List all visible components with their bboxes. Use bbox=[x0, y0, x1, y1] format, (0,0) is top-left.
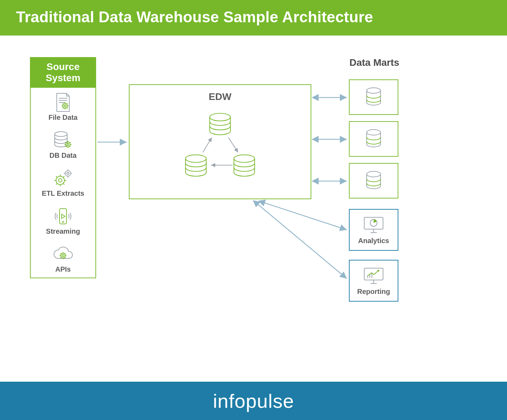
svg-line-19 bbox=[65, 142, 66, 143]
svg-line-30 bbox=[56, 176, 57, 177]
source-item-label: DB Data bbox=[49, 151, 77, 160]
data-marts-title: Data Marts bbox=[341, 57, 407, 68]
svg-point-14 bbox=[65, 142, 70, 147]
svg-line-48 bbox=[61, 253, 61, 254]
svg-point-43 bbox=[62, 255, 64, 257]
analytics-box: Analytics bbox=[349, 209, 398, 251]
svg-point-53 bbox=[186, 155, 206, 162]
source-item-file-data: File Data bbox=[31, 88, 95, 126]
svg-line-49 bbox=[65, 257, 65, 258]
reporting-box: Reporting bbox=[349, 260, 398, 302]
streaming-phone-icon bbox=[50, 205, 76, 227]
svg-point-60 bbox=[367, 171, 381, 177]
svg-point-54 bbox=[234, 155, 255, 162]
file-gear-icon bbox=[50, 91, 76, 114]
svg-point-12 bbox=[64, 105, 66, 107]
svg-point-35 bbox=[67, 172, 69, 174]
svg-point-23 bbox=[67, 143, 69, 146]
svg-point-52 bbox=[210, 113, 231, 121]
svg-line-10 bbox=[63, 108, 63, 108]
diagram-canvas: Source System bbox=[0, 35, 507, 382]
svg-line-31 bbox=[63, 184, 64, 185]
database-icon bbox=[365, 171, 382, 191]
source-item-label: APIs bbox=[55, 265, 71, 273]
svg-line-9 bbox=[67, 108, 68, 108]
source-item-label: ETL Extracts bbox=[42, 189, 84, 197]
svg-point-34 bbox=[65, 171, 71, 176]
monitor-pie-icon bbox=[362, 215, 385, 235]
edw-cluster-icon bbox=[130, 85, 311, 199]
svg-point-59 bbox=[367, 130, 381, 135]
svg-point-42 bbox=[61, 253, 65, 258]
footer-brand: infopulse bbox=[213, 390, 294, 412]
svg-line-11 bbox=[67, 103, 68, 104]
page-title-banner: Traditional Data Warehouse Sample Archit… bbox=[0, 0, 507, 36]
data-mart-box bbox=[349, 163, 398, 199]
data-mart-box bbox=[349, 79, 398, 115]
svg-point-41 bbox=[62, 221, 64, 223]
source-item-etl-extracts: ETL Extracts bbox=[31, 164, 95, 202]
cloud-gear-icon bbox=[50, 243, 76, 265]
data-mart-box bbox=[349, 121, 398, 157]
source-system-panel: Source System bbox=[30, 57, 96, 278]
svg-line-20 bbox=[70, 146, 70, 147]
svg-point-25 bbox=[58, 179, 62, 182]
source-system-title: Source System bbox=[31, 58, 95, 88]
analytics-label: Analytics bbox=[358, 237, 389, 245]
source-item-apis: APIs bbox=[31, 240, 95, 278]
footer-brand-bar: infopulse bbox=[0, 382, 507, 420]
source-item-db-data: DB Data bbox=[31, 126, 95, 164]
svg-line-22 bbox=[70, 142, 70, 143]
svg-line-32 bbox=[56, 184, 57, 185]
reporting-label: Reporting bbox=[357, 288, 390, 296]
svg-line-76 bbox=[254, 201, 347, 279]
svg-line-8 bbox=[63, 103, 63, 104]
database-icon bbox=[365, 87, 382, 107]
svg-point-24 bbox=[56, 176, 64, 185]
svg-line-33 bbox=[63, 176, 64, 177]
monitor-chart-icon bbox=[362, 266, 385, 286]
edw-panel: EDW bbox=[129, 84, 311, 199]
page-title: Traditional Data Warehouse Sample Archit… bbox=[16, 8, 373, 25]
source-item-label: File Data bbox=[48, 114, 77, 122]
svg-line-51 bbox=[65, 253, 65, 254]
svg-line-55 bbox=[203, 138, 212, 153]
svg-line-57 bbox=[228, 138, 238, 153]
source-item-label: Streaming bbox=[46, 227, 80, 235]
svg-line-21 bbox=[65, 146, 66, 147]
svg-line-75 bbox=[260, 201, 347, 230]
database-gear-icon bbox=[50, 129, 76, 151]
svg-point-3 bbox=[63, 103, 68, 108]
svg-line-50 bbox=[61, 257, 61, 258]
svg-point-58 bbox=[367, 88, 381, 93]
gears-icon bbox=[50, 167, 76, 189]
database-icon bbox=[365, 129, 382, 149]
svg-point-13 bbox=[55, 132, 67, 137]
source-item-streaming: Streaming bbox=[31, 202, 95, 240]
